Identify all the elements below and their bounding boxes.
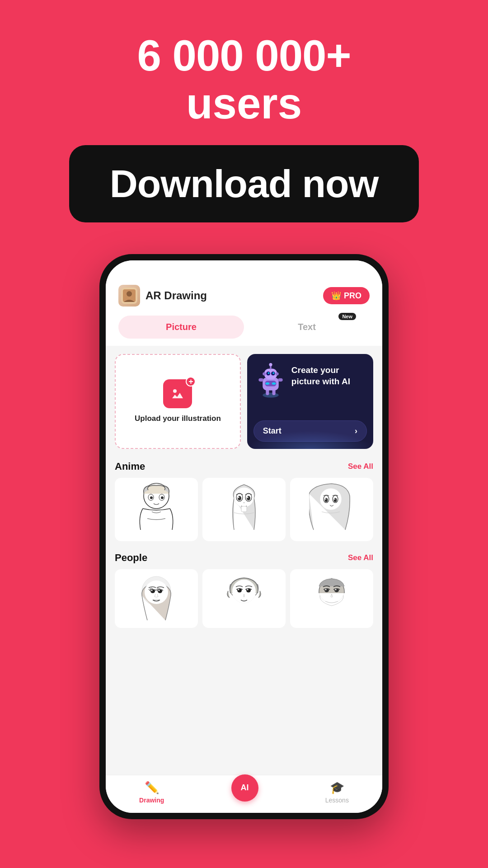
phone-mockup: AR Drawing 👑 PRO Picture Text New	[99, 254, 389, 819]
nav-drawing[interactable]: ✏️ Drawing	[139, 781, 164, 804]
svg-point-26	[161, 496, 164, 499]
svg-rect-21	[278, 378, 283, 382]
ai-nav-label: AI	[241, 783, 249, 793]
svg-point-14	[268, 373, 270, 374]
people-item-1[interactable]	[115, 569, 198, 628]
svg-point-35	[320, 488, 342, 510]
svg-point-41	[334, 499, 335, 500]
svg-point-4	[263, 393, 279, 398]
svg-point-10	[272, 382, 276, 385]
drawing-icon: ✏️	[145, 781, 159, 795]
svg-point-56	[334, 589, 339, 592]
people-item-3[interactable]	[290, 569, 373, 628]
ai-card-title: Create your picture with AI	[291, 365, 366, 387]
lessons-icon: 🎓	[330, 781, 344, 795]
nav-lessons-label: Lessons	[325, 797, 349, 804]
status-bar	[106, 260, 382, 280]
robot-icon	[254, 363, 287, 399]
ai-card[interactable]: Create your picture with AI Start ›	[247, 354, 373, 449]
svg-point-44	[150, 590, 155, 593]
anime-section-header: Anime See All	[115, 461, 373, 472]
app-icon	[118, 285, 140, 307]
plus-icon: +	[186, 377, 196, 387]
download-button[interactable]: Download now	[69, 145, 419, 222]
phone-screen: AR Drawing 👑 PRO Picture Text New	[106, 260, 382, 813]
app-header: AR Drawing 👑 PRO	[106, 280, 382, 313]
ai-card-top: Create your picture with AI	[247, 354, 373, 403]
anime-grid	[115, 478, 373, 541]
svg-point-33	[247, 497, 249, 498]
people-title: People	[115, 552, 147, 564]
anime-title: Anime	[115, 461, 145, 472]
svg-point-40	[325, 499, 326, 500]
svg-point-25	[150, 496, 153, 499]
anime-item-3[interactable]	[290, 478, 373, 541]
nav-lessons[interactable]: 🎓 Lessons	[325, 781, 349, 804]
upload-icon: +	[163, 379, 192, 408]
crown-icon: 👑	[331, 291, 341, 301]
user-count: 6 000 000+	[137, 32, 351, 80]
pro-label: PRO	[344, 291, 361, 301]
svg-point-51	[246, 589, 251, 593]
app-title-area: AR Drawing	[118, 285, 207, 307]
svg-point-45	[151, 590, 153, 591]
svg-point-39	[334, 498, 337, 502]
svg-point-3	[173, 389, 177, 393]
svg-point-19	[269, 363, 272, 366]
svg-point-43	[145, 580, 168, 604]
people-grid	[115, 569, 373, 628]
main-content: + Upload your illustration	[106, 346, 382, 775]
ai-glow	[247, 431, 373, 449]
svg-point-32	[238, 497, 239, 498]
anime-see-all[interactable]: See All	[348, 462, 373, 471]
anime-item-2[interactable]	[202, 478, 286, 541]
tab-text[interactable]: Text New	[244, 316, 370, 339]
svg-point-55	[325, 589, 327, 590]
svg-point-46	[158, 590, 162, 593]
svg-point-50	[238, 589, 239, 590]
svg-point-48	[232, 580, 256, 603]
upload-label: Upload your illustration	[135, 414, 221, 424]
svg-point-15	[272, 373, 274, 374]
tab-picture[interactable]: Picture	[118, 316, 244, 339]
hero-section: 6 000 000+ users	[137, 32, 351, 127]
svg-point-16	[263, 373, 266, 376]
people-section: People See All	[115, 550, 373, 628]
svg-point-9	[265, 382, 269, 385]
svg-rect-11	[264, 369, 277, 379]
anime-item-1[interactable]	[115, 478, 198, 541]
people-see-all[interactable]: See All	[348, 553, 373, 562]
svg-point-52	[247, 589, 249, 590]
svg-point-2	[127, 291, 132, 297]
svg-point-17	[275, 373, 278, 376]
action-row: + Upload your illustration	[115, 354, 373, 449]
people-section-header: People See All	[115, 552, 373, 564]
new-badge: New	[338, 313, 356, 320]
svg-point-57	[335, 589, 337, 590]
nav-ai-button[interactable]: AI	[231, 774, 258, 802]
pro-badge[interactable]: 👑 PRO	[323, 287, 370, 304]
user-label: users	[137, 80, 351, 127]
upload-card[interactable]: + Upload your illustration	[115, 354, 241, 449]
people-item-2[interactable]	[202, 569, 286, 628]
svg-point-49	[237, 589, 242, 593]
svg-point-54	[324, 589, 329, 592]
tabs-container: Picture Text New	[106, 313, 382, 346]
svg-rect-34	[241, 506, 247, 512]
svg-point-30	[238, 496, 241, 500]
svg-rect-20	[258, 378, 263, 382]
nav-drawing-label: Drawing	[139, 797, 164, 804]
app-title: AR Drawing	[145, 289, 207, 302]
bottom-nav: ✏️ Drawing AI 🎓 Lessons	[106, 775, 382, 813]
svg-point-47	[159, 590, 160, 591]
svg-point-38	[325, 498, 328, 502]
svg-point-31	[247, 496, 250, 500]
